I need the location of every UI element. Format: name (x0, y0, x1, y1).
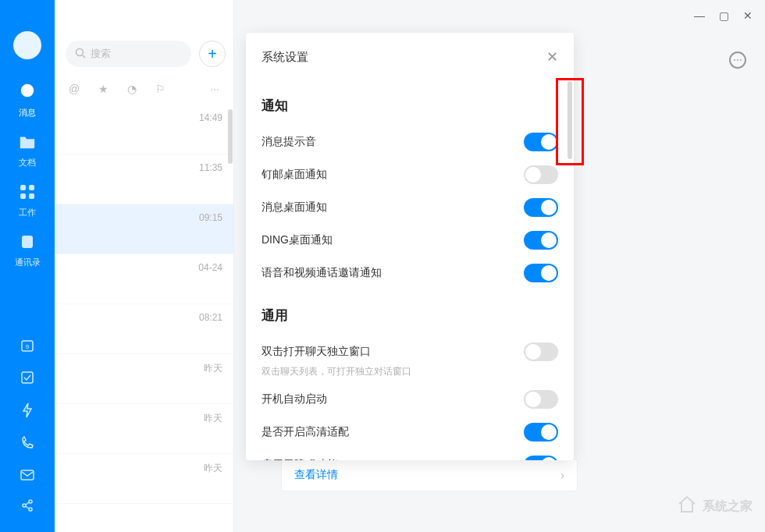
svg-rect-4 (29, 193, 34, 199)
chat-time: 08:21 (199, 312, 222, 323)
chat-item[interactable]: 14:49 (55, 105, 233, 154)
search-placeholder: 搜索 (91, 47, 111, 61)
setting-row-autostart: 开机自动启动 (262, 383, 558, 416)
sidebar-item-contacts[interactable]: 通讯录 (0, 226, 55, 276)
toggle-accessibility[interactable] (524, 456, 558, 460)
chat-item[interactable]: 昨天 (55, 404, 233, 454)
view-details-label: 查看详情 (294, 468, 338, 482)
sidebar-bottom-icons: 9 (0, 339, 55, 516)
more-menu-icon[interactable]: ⋯ (729, 51, 746, 69)
settings-panel: 系统设置 ✕ 通知 消息提示音 钉邮桌面通知 消息桌面通知 DING桌面通知 语… (246, 33, 574, 460)
toggle-hd[interactable] (524, 423, 558, 442)
setting-hint: 双击聊天列表，可打开独立对话窗口 (262, 365, 558, 378)
setting-label: 语音和视频通话邀请通知 (262, 266, 382, 280)
setting-label: 启用无障碍功能 (262, 458, 338, 460)
add-button[interactable]: + (199, 41, 226, 67)
phone-icon[interactable] (20, 436, 34, 454)
chat-list-panel: 搜索 + @ ★ ◔ ⚐ ··· 14:49 11:35 09:15 04-24… (55, 0, 234, 532)
chat-time: 11:35 (199, 162, 222, 173)
sidebar-item-label: 文档 (19, 157, 36, 168)
svg-rect-2 (29, 185, 34, 190)
svg-point-12 (29, 508, 32, 511)
chat-item[interactable]: 昨天 (55, 354, 233, 404)
house-icon (676, 493, 698, 520)
filter-flag-icon[interactable]: ⚐ (155, 83, 165, 95)
grid-icon (20, 184, 35, 204)
setting-label: 钉邮桌面通知 (262, 168, 327, 182)
chat-list-scrollbar[interactable] (228, 109, 233, 164)
svg-point-11 (29, 500, 32, 503)
chat-item[interactable]: 04-24 (55, 254, 233, 304)
svg-point-10 (23, 504, 26, 507)
setting-row-accessibility: 启用无障碍功能 (262, 449, 558, 460)
svg-text:9: 9 (26, 343, 30, 350)
setting-row-hd: 是否开启高清适配 (262, 416, 558, 449)
toggle-ding-desktop[interactable] (524, 231, 558, 250)
svg-rect-1 (20, 185, 26, 190)
setting-row-voice-video: 语音和视频通话邀请通知 (262, 257, 558, 289)
setting-row-ding-desktop: DING桌面通知 (262, 224, 558, 257)
sidebar-item-label: 通讯录 (15, 257, 41, 268)
chat-item[interactable]: 11:35 (55, 154, 233, 204)
chat-time: 昨天 (204, 362, 222, 375)
toggle-msg-desktop[interactable] (524, 198, 558, 217)
setting-label: 开机自动启动 (262, 392, 327, 406)
chat-item[interactable]: 09:15 (55, 204, 233, 254)
chat-time: 09:15 (199, 212, 222, 223)
svg-rect-5 (22, 236, 33, 248)
filter-at[interactable]: @ (69, 83, 80, 95)
lightning-icon[interactable] (21, 403, 34, 422)
filter-star-icon[interactable]: ★ (98, 83, 109, 95)
chevron-right-icon: › (560, 469, 564, 481)
setting-label: 双击打开聊天独立窗口 (262, 345, 371, 359)
share-icon[interactable] (20, 498, 34, 516)
toggle-dingmail[interactable] (524, 165, 558, 184)
chat-item[interactable]: 08:21 (55, 304, 233, 354)
toggle-doubleclick[interactable] (524, 342, 558, 361)
highlight-box (556, 78, 584, 165)
search-input[interactable]: 搜索 (66, 41, 191, 67)
chat-time: 昨天 (204, 462, 222, 475)
avatar[interactable] (13, 31, 41, 59)
section-title-notification: 通知 (262, 97, 558, 115)
message-icon (19, 83, 36, 104)
toggle-autostart[interactable] (524, 390, 558, 409)
chat-time: 14:49 (199, 112, 222, 123)
window-minimize-button[interactable]: — (694, 9, 705, 22)
filter-more-icon[interactable]: ··· (210, 83, 219, 95)
section-title-general: 通用 (262, 307, 558, 325)
svg-point-13 (76, 48, 84, 55)
sidebar-item-doc[interactable]: 文档 (0, 126, 55, 176)
svg-rect-3 (20, 193, 26, 199)
toggle-voice-video[interactable] (524, 264, 558, 282)
setting-row-sound: 消息提示音 (262, 126, 558, 158)
folder-icon (19, 134, 36, 154)
setting-label: 消息提示音 (262, 135, 316, 149)
svg-rect-9 (21, 470, 34, 480)
filter-clock-icon[interactable]: ◔ (127, 83, 137, 95)
settings-title: 系统设置 (262, 50, 308, 65)
chat-item[interactable]: 昨天 (55, 454, 233, 504)
window-close-button[interactable]: ✕ (743, 9, 753, 22)
toggle-sound[interactable] (524, 133, 558, 151)
sidebar-item-message[interactable]: 消息 (0, 75, 55, 126)
settings-close-button[interactable]: ✕ (546, 48, 558, 66)
view-details-button[interactable]: 查看详情 › (281, 459, 578, 491)
window-maximize-button[interactable]: ▢ (719, 9, 729, 22)
chat-time: 昨天 (204, 412, 222, 425)
watermark: 系统之家 (676, 493, 753, 520)
svg-rect-8 (22, 372, 33, 383)
sidebar-item-label: 工作 (19, 207, 36, 218)
chat-list: 14:49 11:35 09:15 04-24 08:21 昨天 昨天 昨天 (55, 105, 233, 504)
setting-row-msg-desktop: 消息桌面通知 (262, 191, 558, 224)
contacts-icon (20, 234, 35, 254)
check-icon[interactable] (20, 371, 34, 388)
setting-label: 是否开启高清适配 (262, 425, 349, 439)
calendar-icon[interactable]: 9 (20, 339, 34, 356)
setting-row-doubleclick: 双击打开聊天独立窗口 (262, 335, 558, 368)
mail-icon[interactable] (20, 468, 34, 484)
sidebar-item-label: 消息 (19, 107, 36, 119)
setting-label: 消息桌面通知 (262, 200, 327, 215)
sidebar-item-work[interactable]: 工作 (0, 176, 55, 226)
setting-label: DING桌面通知 (262, 233, 333, 247)
